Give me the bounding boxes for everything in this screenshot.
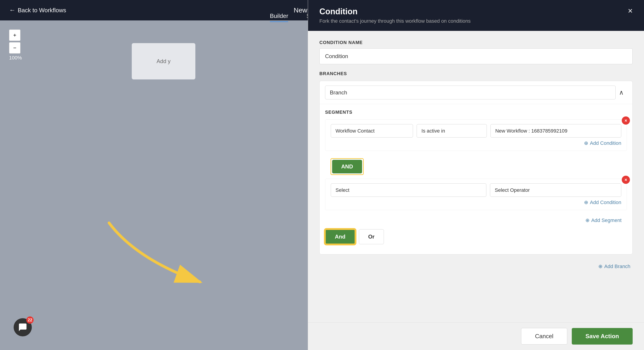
delete-segment-1-button[interactable]: × — [622, 116, 630, 125]
add-branch-link[interactable]: ⊕ Add Branch — [598, 264, 630, 269]
add-condition-1-label: Add Condition — [590, 140, 621, 146]
chat-icon-button[interactable]: 22 — [14, 318, 32, 336]
or-toggle-button[interactable]: Or — [359, 229, 384, 244]
back-button[interactable]: ← Back to Workflows — [9, 6, 66, 14]
add-segment-link[interactable]: ⊕ Add Segment — [586, 217, 622, 223]
branch-toggle-button[interactable]: ∧ — [616, 87, 627, 98]
add-segment-label: Add Segment — [591, 217, 622, 223]
canvas-workflow-block: Add y — [132, 43, 195, 79]
modal-footer: Cancel Save Action — [308, 322, 644, 350]
add-links: ⊕ Add Segment — [325, 214, 627, 227]
and-highlight-box: AND — [330, 158, 364, 175]
and-or-divider-section: AND — [325, 155, 627, 179]
zoom-level: 100% — [9, 55, 22, 61]
segment-row-1: × Workflow Contact Is active in New Work… — [325, 119, 627, 151]
condition-modal: Condition Fork the contact's journey thr… — [308, 0, 644, 350]
add-branch-label: Add Branch — [604, 264, 630, 269]
branch-select[interactable]: Branch — [325, 86, 616, 99]
modal-close-button[interactable]: × — [628, 7, 633, 15]
chat-widget: 22 — [14, 318, 32, 336]
condition-name-label: CONDITION NAME — [320, 40, 633, 45]
back-arrow-icon: ← — [9, 6, 16, 14]
cancel-button[interactable]: Cancel — [521, 328, 567, 345]
branch-container: Branch ∧ SEGMENTS × Workflow Contact Is … — [320, 81, 633, 254]
and-button-top[interactable]: AND — [332, 160, 362, 173]
branch-header: Branch ∧ — [320, 81, 632, 104]
zoom-out-button[interactable]: − — [9, 42, 20, 53]
segment-row-2: × Select Select Operator ⊕ Add Condition — [325, 179, 627, 210]
segment-row-1-inner: Workflow Contact Is active in New Workfl… — [331, 124, 621, 138]
and-or-toggle-section: And Or — [325, 227, 627, 249]
condition-name-input[interactable] — [320, 48, 633, 64]
delete-segment-2-button[interactable]: × — [622, 176, 630, 184]
add-condition-2-icon: ⊕ — [584, 200, 588, 205]
segments-section: SEGMENTS × Workflow Contact Is active in… — [320, 104, 632, 254]
tab-builder[interactable]: Builder — [270, 12, 288, 22]
segment-1-operator-select[interactable]: Is active in — [416, 124, 487, 138]
chat-badge-count: 22 — [26, 317, 34, 324]
branches-label: BRANCHES — [320, 71, 633, 76]
add-branch-section: ⊕ Add Branch — [320, 259, 633, 274]
segment-2-field-select[interactable]: Select — [331, 183, 486, 197]
modal-title: Condition — [320, 7, 471, 16]
segment-2-operator-select[interactable]: Select Operator — [490, 183, 621, 197]
add-condition-1-icon: ⊕ — [584, 140, 588, 146]
segments-label: SEGMENTS — [325, 110, 627, 115]
zoom-controls: + − 100% — [9, 29, 22, 61]
add-condition-2-link[interactable]: ⊕ Add Condition — [331, 200, 621, 205]
back-label: Back to Workflows — [18, 7, 66, 14]
and-toggle-button[interactable]: And — [325, 229, 355, 244]
arrow-annotation — [91, 214, 227, 305]
modal-header: Condition Fork the contact's journey thr… — [308, 0, 644, 31]
chat-icon-svg — [18, 323, 27, 332]
save-action-button[interactable]: Save Action — [572, 328, 633, 345]
modal-body: CONDITION NAME BRANCHES Branch ∧ SEGMENT… — [308, 31, 644, 322]
add-branch-icon: ⊕ — [598, 264, 602, 269]
modal-title-section: Condition Fork the contact's journey thr… — [320, 7, 471, 24]
add-segment-icon: ⊕ — [586, 217, 590, 223]
add-condition-1-link[interactable]: ⊕ Add Condition — [331, 140, 621, 146]
zoom-in-button[interactable]: + — [9, 29, 20, 41]
segment-1-field-select[interactable]: Workflow Contact — [331, 124, 413, 138]
modal-subtitle: Fork the contact's journey through this … — [320, 18, 471, 24]
add-condition-2-label: Add Condition — [590, 200, 621, 205]
segment-1-value-select[interactable]: New Workflow : 1683785992109 — [490, 124, 621, 138]
segment-row-2-inner: Select Select Operator — [331, 183, 621, 197]
